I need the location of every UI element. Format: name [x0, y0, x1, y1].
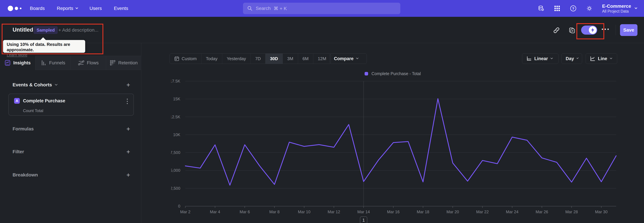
x-tick-label: Mar 16: [387, 209, 400, 214]
chevron-down-icon: [576, 57, 578, 59]
data-management-icon[interactable]: [538, 5, 544, 12]
event-card[interactable]: A Complete Purchase Count Total: [8, 94, 134, 116]
nav-link-reports[interactable]: Reports: [57, 6, 78, 11]
tab-funnels[interactable]: Funnels: [35, 56, 70, 70]
chevron-down-icon: [76, 6, 78, 9]
chart-legend[interactable]: Complete Purchase - Total: [142, 71, 644, 76]
settings-gear-icon[interactable]: [586, 5, 593, 12]
x-tick-label: Mar 8: [269, 209, 280, 214]
range-custom[interactable]: Custom: [170, 54, 201, 64]
chevron-down-icon: [550, 57, 553, 59]
sampled-badge[interactable]: Sampled: [34, 26, 58, 34]
date-range-control: CustomTodayYesterday7D30D3M6M12M: [170, 53, 331, 64]
more-options-button[interactable]: [602, 29, 609, 30]
calendar-icon: [174, 56, 179, 61]
tooltip-message: Using 10% of data. Results are approxima…: [7, 42, 82, 52]
apps-grid-icon[interactable]: [554, 5, 560, 12]
add-filter-button[interactable]: +: [126, 149, 130, 155]
y-tick-label: 12.5K: [171, 115, 180, 119]
event-letter-badge: A: [14, 98, 20, 104]
scale-dropdown[interactable]: Linear: [522, 53, 558, 64]
chart-panel: CustomTodayYesterday7D30D3M6M12M Compare…: [142, 43, 644, 223]
x-tick-label: Mar 6: [240, 209, 250, 214]
tab-retention[interactable]: Retention: [106, 56, 142, 70]
legend-label: Complete Purchase - Total: [372, 71, 421, 76]
annotation-badge-label: 1: [362, 218, 365, 223]
chevron-down-icon: [634, 6, 637, 9]
events-cohorts-header[interactable]: Events & Cohorts: [12, 82, 57, 87]
search-shortcut: ⌘ + K: [274, 6, 287, 11]
query-sidebar: Insights Funnels Flows: [0, 43, 142, 223]
sampling-tooltip: Using 10% of data. Results are approxima…: [3, 40, 85, 53]
tab-insights[interactable]: Insights: [0, 56, 35, 70]
funnels-icon: [41, 60, 46, 66]
range-yesterday[interactable]: Yesterday: [222, 54, 250, 64]
report-title[interactable]: Untitled: [12, 27, 33, 33]
x-tick-label: Mar 30: [595, 209, 608, 214]
project-name: E-Commerce: [602, 3, 631, 9]
y-tick-label: 5,000: [171, 168, 180, 173]
report-type-tabs: Insights Funnels Flows: [0, 56, 142, 70]
y-tick-label: 0: [178, 204, 180, 208]
x-tick-label: Mar 28: [565, 209, 578, 214]
range-3m[interactable]: 3M: [282, 54, 298, 64]
line-chart-icon: [590, 56, 595, 61]
linear-axis-icon: [526, 56, 532, 61]
series-line[interactable]: [185, 99, 616, 185]
event-options-button[interactable]: [127, 99, 128, 104]
legend-swatch: [364, 72, 368, 75]
nav-link-events[interactable]: Events: [114, 6, 128, 11]
section-filter: Filter: [12, 149, 24, 154]
range-12m[interactable]: 12M: [313, 54, 331, 64]
interval-dropdown[interactable]: Day: [562, 53, 582, 64]
search-placeholder: Search: [256, 6, 271, 11]
event-metric[interactable]: Count Total: [23, 108, 43, 113]
top-navbar: Boards Reports Users Events Search ⌘ + K: [0, 0, 644, 17]
x-tick-label: Mar 12: [328, 209, 340, 214]
range-today[interactable]: Today: [201, 54, 222, 64]
mixpanel-logo-icon[interactable]: [8, 6, 26, 11]
add-description-button[interactable]: + Add description...: [58, 27, 98, 33]
x-tick-label: Mar 20: [446, 209, 459, 214]
tab-flows[interactable]: Flows: [70, 56, 106, 70]
save-button[interactable]: Save: [620, 24, 638, 36]
y-tick-label: 2,500: [171, 186, 180, 191]
x-tick-label: Mar 4: [210, 209, 220, 214]
chevron-down-icon: [610, 57, 612, 59]
range-30d[interactable]: 30D: [265, 54, 282, 64]
chevron-down-icon: [55, 83, 58, 85]
insights-icon: [4, 60, 10, 66]
learn-more-link[interactable]: Learn More: [7, 52, 27, 57]
x-tick-label: Mar 14: [358, 209, 370, 214]
duplicate-icon[interactable]: [568, 26, 576, 34]
x-tick-label: Mar 18: [417, 209, 429, 214]
event-name: Complete Purchase: [23, 98, 65, 103]
nav-link-users[interactable]: Users: [90, 6, 102, 11]
chevron-down-icon: [356, 57, 358, 59]
section-breakdown: Breakdown: [12, 172, 38, 178]
help-icon[interactable]: ?: [570, 5, 576, 12]
line-chart[interactable]: 02,5005,0007,50010K12.5K15K17.5KMar 2Mar…: [171, 76, 627, 223]
project-scope: All Project Data: [602, 9, 631, 14]
search-icon: [247, 6, 253, 11]
copy-link-icon[interactable]: [552, 26, 560, 34]
range-6m[interactable]: 6M: [298, 54, 313, 64]
add-event-button[interactable]: +: [126, 82, 130, 88]
svg-text:?: ?: [572, 7, 574, 11]
x-tick-label: Mar 10: [298, 209, 310, 214]
y-tick-label: 7,500: [171, 150, 180, 155]
chart-type-dropdown[interactable]: Line: [586, 53, 617, 64]
search-input[interactable]: Search ⌘ + K: [243, 3, 400, 14]
range-7d[interactable]: 7D: [250, 54, 265, 64]
nav-link-boards[interactable]: Boards: [30, 6, 45, 11]
nav-links: Boards Reports Users Events: [30, 6, 128, 11]
y-tick-label: 15K: [173, 97, 180, 101]
x-tick-label: Mar 22: [476, 209, 489, 214]
add-formula-button[interactable]: +: [126, 126, 130, 132]
add-breakdown-button[interactable]: +: [126, 172, 130, 178]
retention-icon: [110, 60, 116, 66]
sampling-toggle[interactable]: [581, 26, 597, 35]
project-selector[interactable]: E-Commerce All Project Data: [602, 3, 636, 14]
y-tick-label: 17.5K: [171, 79, 180, 83]
compare-button[interactable]: Compare: [330, 53, 367, 64]
